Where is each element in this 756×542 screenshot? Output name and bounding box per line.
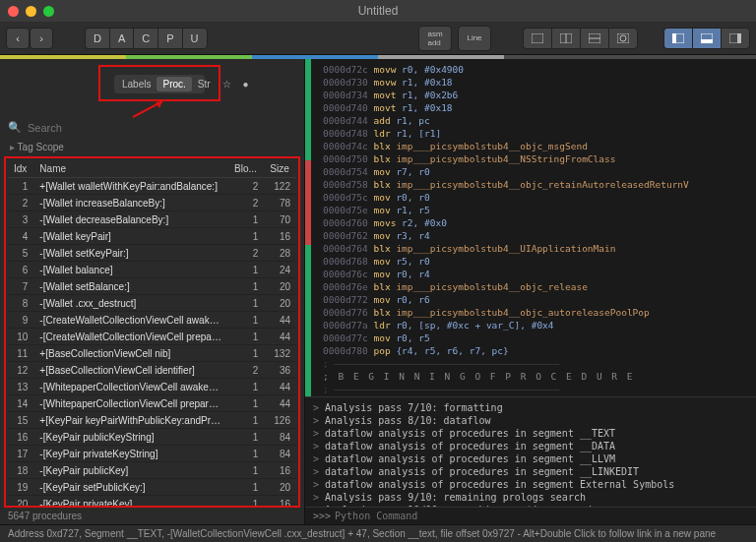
column-header[interactable]: Blo...	[228, 160, 264, 178]
console-prompt: >>>	[313, 511, 331, 521]
view-2-button[interactable]	[551, 28, 580, 49]
right-panel: 0000d72c movw r0, #0x49000000d730 movw r…	[305, 59, 756, 524]
disassembly-view[interactable]: 0000d72c movw r0, #0x49000000d730 movw r…	[305, 59, 756, 396]
svg-rect-12	[737, 33, 741, 43]
table-row[interactable]: 14-[WhitepaperCollectionViewCell prepare…	[8, 395, 296, 412]
svg-rect-0	[532, 33, 543, 43]
table-row[interactable]: 3-[Wallet decreaseBalanceBy:]170	[8, 211, 296, 228]
tag-scope-row[interactable]: Tag Scope	[0, 138, 304, 156]
filter-tab-4[interactable]: ●	[237, 77, 255, 91]
procedure-count: 5647 procedures	[0, 508, 304, 524]
table-row[interactable]: 7-[Wallet setBalance:]120	[8, 278, 296, 295]
svg-point-6	[620, 35, 626, 41]
mode-button-group: DACPU	[85, 28, 208, 49]
window-title: Untitled	[0, 4, 756, 18]
column-header[interactable]: Idx	[8, 160, 33, 178]
procedures-table[interactable]: IdxNameBlo...Size 1+[Wallet walletWithKe…	[8, 160, 296, 508]
table-row[interactable]: 10-[CreateWalletCollectionViewCell prepa…	[8, 329, 296, 345]
toolbar: ‹ › DACPU asmadd Line	[0, 22, 756, 55]
table-row[interactable]: 19-[KeyPair setPublicKey:]120	[8, 479, 296, 496]
view-switch-group	[523, 28, 638, 49]
annotation-arrow	[0, 103, 304, 117]
table-row[interactable]: 20-[KeyPair privateKey]116	[8, 496, 296, 509]
mode-button-a[interactable]: A	[109, 28, 133, 49]
layout-panel-group	[663, 28, 750, 49]
table-row[interactable]: 15+[KeyPair keyPairWithPublicKey:andPriv…	[8, 412, 296, 429]
left-panel: LabelsProc.Str☆● 🔍 Tag Scope IdxNameBlo.…	[0, 59, 305, 524]
sidebar-right-toggle[interactable]	[721, 28, 750, 49]
view-1-button[interactable]	[523, 28, 551, 49]
filter-tab-1[interactable]: Proc.	[157, 77, 191, 91]
table-row[interactable]: 8-[Wallet .cxx_destruct]120	[8, 295, 296, 312]
table-row[interactable]: 16-[KeyPair publicKeyString]184	[8, 429, 296, 446]
filter-tabs-highlight: LabelsProc.Str☆●	[98, 65, 220, 101]
disasm-gutter	[305, 59, 311, 396]
table-row[interactable]: 2-[Wallet increaseBalanceBy:]278	[8, 195, 296, 211]
console-input-row: >>>	[305, 507, 756, 524]
procedures-table-highlight: IdxNameBlo...Size 1+[Wallet walletWithKe…	[4, 156, 300, 508]
filter-tabs: LabelsProc.Str☆●	[114, 75, 205, 93]
sidebar-left-toggle[interactable]	[663, 28, 692, 49]
table-row[interactable]: 11+[BaseCollectionViewCell nib]1132	[8, 345, 296, 362]
console-input[interactable]	[335, 511, 748, 521]
filter-tab-3[interactable]: ☆	[217, 77, 237, 91]
console-panel: Analysis pass 7/10: formattingAnalysis p…	[305, 396, 756, 524]
table-row[interactable]: 13-[WhitepaperCollectionViewCell awakeFr…	[8, 379, 296, 395]
column-header[interactable]: Name	[33, 160, 228, 178]
search-icon: 🔍	[8, 121, 22, 134]
nav-group: ‹ ›	[6, 28, 53, 49]
table-row[interactable]: 12+[BaseCollectionViewCell identifier]23…	[8, 362, 296, 379]
filter-tab-0[interactable]: Labels	[116, 77, 157, 91]
status-bar: Address 0xd727, Segment __TEXT, -[Wallet…	[0, 524, 756, 542]
mode-button-u[interactable]: U	[182, 28, 208, 49]
mode-button-d[interactable]: D	[85, 28, 109, 49]
nav-back-button[interactable]: ‹	[6, 28, 30, 49]
table-row[interactable]: 6-[Wallet balance]124	[8, 262, 296, 278]
column-header[interactable]: Size	[264, 160, 296, 178]
asm-add-icon[interactable]: asmadd	[418, 26, 452, 51]
sidebar-bottom-toggle[interactable]	[692, 28, 721, 49]
table-row[interactable]: 9-[CreateWalletCollectionViewCell awakeF…	[8, 312, 296, 329]
table-row[interactable]: 17-[KeyPair privateKeyString]184	[8, 446, 296, 462]
search-input[interactable]	[28, 122, 296, 134]
mode-button-c[interactable]: C	[133, 28, 158, 49]
table-row[interactable]: 5-[Wallet setKeyPair:]228	[8, 245, 296, 262]
view-3-button[interactable]	[580, 28, 608, 49]
svg-rect-10	[701, 39, 713, 43]
table-row[interactable]: 4-[Wallet keyPair]116	[8, 228, 296, 245]
titlebar: Untitled	[0, 0, 756, 22]
table-row[interactable]: 18-[KeyPair publicKey]116	[8, 462, 296, 479]
table-row[interactable]: 1+[Wallet walletWithKeyPair:andBalance:]…	[8, 178, 296, 195]
filter-tab-2[interactable]: Str	[192, 77, 217, 91]
console-output[interactable]: Analysis pass 7/10: formattingAnalysis p…	[305, 397, 756, 507]
svg-rect-8	[672, 33, 676, 43]
line-wrap-icon[interactable]: Line	[458, 26, 491, 51]
view-4-button[interactable]	[608, 28, 638, 49]
mode-button-p[interactable]: P	[158, 28, 181, 49]
nav-forward-button[interactable]: ›	[30, 28, 53, 49]
